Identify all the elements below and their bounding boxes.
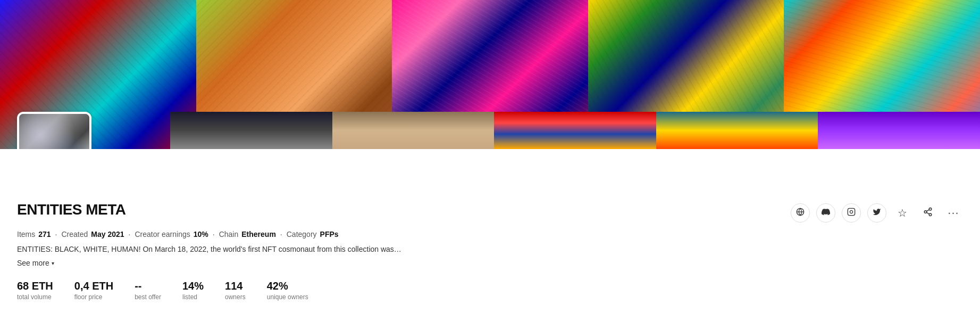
stat-listed-label: listed <box>182 293 204 301</box>
svg-point-5 <box>924 210 927 213</box>
chain-value: Ethereum <box>241 230 276 238</box>
banner-bottom-image-4 <box>656 112 818 149</box>
stat-total-volume: 68 ETH total volume <box>17 280 53 301</box>
items-value: 271 <box>38 230 51 238</box>
svg-point-6 <box>929 213 932 216</box>
stat-floor-price: 0,4 ETH floor price <box>74 280 113 301</box>
share-button[interactable] <box>918 203 937 223</box>
created-label: Created <box>61 230 88 238</box>
banner-bottom-image-2 <box>332 112 495 149</box>
stat-floor-price-value: 0,4 ETH <box>74 280 113 292</box>
stat-best-offer-label: best offer <box>135 293 161 301</box>
svg-line-7 <box>926 212 929 214</box>
stats-row: 68 ETH total volume 0,4 ETH floor price … <box>17 280 963 301</box>
dot-4: · <box>280 230 282 238</box>
stat-listed: 14% listed <box>182 280 204 301</box>
star-icon: ☆ <box>898 207 907 219</box>
info-section: ENTITIES META <box>0 191 980 311</box>
social-icons-container: ☆ ··· <box>791 203 963 223</box>
banner-bottom-strip <box>170 112 980 149</box>
category-label: Category <box>287 230 317 238</box>
stat-total-volume-value: 68 ETH <box>17 280 53 292</box>
stat-unique-owners: 42% unique owners <box>267 280 308 301</box>
stat-total-volume-label: total volume <box>17 293 53 301</box>
stat-best-offer-value: -- <box>135 280 161 292</box>
stat-floor-price-label: floor price <box>74 293 113 301</box>
favorite-button[interactable]: ☆ <box>893 203 912 223</box>
website-button[interactable] <box>791 203 810 223</box>
svg-line-8 <box>926 209 929 211</box>
more-button[interactable]: ··· <box>944 203 963 223</box>
stat-listed-value: 14% <box>182 280 204 292</box>
instagram-icon <box>847 208 856 218</box>
stat-unique-owners-label: unique owners <box>267 293 308 301</box>
creator-earnings-value: 10% <box>194 230 208 238</box>
title-row: ENTITIES META <box>17 201 963 225</box>
avatar <box>17 112 91 149</box>
see-more-button[interactable]: See more ▾ <box>17 259 54 267</box>
banner <box>0 0 980 149</box>
see-more-label: See more <box>17 259 49 267</box>
banner-bottom-image-1 <box>170 112 332 149</box>
banner-bottom-image-3 <box>494 112 656 149</box>
collection-title: ENTITIES META <box>17 201 126 218</box>
twitter-button[interactable] <box>867 203 886 223</box>
stat-owners-label: owners <box>225 293 246 301</box>
globe-icon <box>796 208 805 218</box>
items-label: Items <box>17 230 35 238</box>
banner-bottom-image-5 <box>818 112 980 149</box>
discord-icon <box>822 208 830 218</box>
ellipsis-icon: ··· <box>948 206 959 220</box>
twitter-icon <box>873 208 881 218</box>
discord-button[interactable] <box>816 203 835 223</box>
avatar-art <box>19 114 89 149</box>
dot-1: · <box>55 230 57 238</box>
stat-best-offer: -- best offer <box>135 280 161 301</box>
description: ENTITIES: BLACK, WHITE, HUMAN! On March … <box>17 244 963 255</box>
category-value: PFPs <box>320 230 339 238</box>
instagram-button[interactable] <box>842 203 861 223</box>
svg-rect-2 <box>848 208 855 215</box>
share-icon <box>923 207 933 219</box>
meta-row: Items 271 · Created May 2021 · Creator e… <box>17 230 963 238</box>
stat-owners: 114 owners <box>225 280 246 301</box>
svg-point-4 <box>929 208 932 210</box>
chain-label: Chain <box>219 230 239 238</box>
chevron-down-icon: ▾ <box>52 260 54 266</box>
creator-earnings-label: Creator earnings <box>135 230 190 238</box>
dot-2: · <box>129 230 131 238</box>
stat-owners-value: 114 <box>225 280 246 292</box>
created-value: May 2021 <box>91 230 124 238</box>
dot-3: · <box>213 230 215 238</box>
stat-unique-owners-value: 42% <box>267 280 308 292</box>
